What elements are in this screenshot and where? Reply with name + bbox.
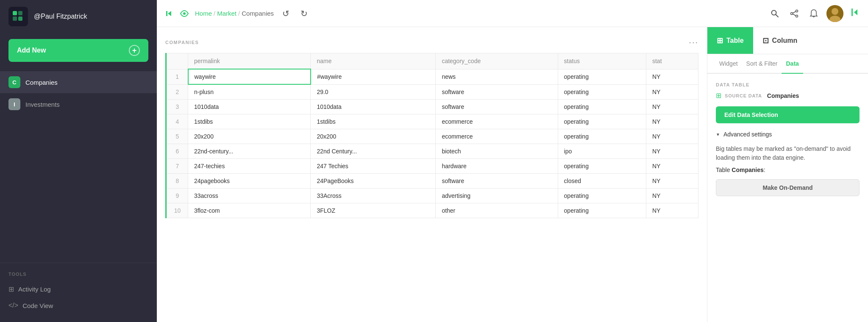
on-demand-table-name: Companies: [732, 167, 763, 173]
sidebar-item-companies[interactable]: C Companies: [0, 71, 157, 93]
undo-button[interactable]: ↺: [280, 7, 292, 20]
cell-stat[interactable]: NY: [646, 100, 698, 114]
redo-button[interactable]: ↻: [298, 7, 310, 20]
cell-stat[interactable]: NY: [646, 203, 698, 218]
cell-name[interactable]: #waywire: [311, 69, 436, 84]
cell-name[interactable]: 22nd Century...: [311, 144, 436, 159]
cell-category[interactable]: ecommerce: [436, 129, 558, 144]
cell-status[interactable]: closed: [558, 174, 646, 189]
on-demand-label-prefix: Table: [716, 167, 732, 173]
advanced-settings-toggle[interactable]: ▼ Advanced settings: [716, 131, 860, 138]
cell-permalink[interactable]: 22nd-century...: [188, 144, 311, 159]
svg-point-15: [832, 8, 838, 15]
table-row: 41stdibs1stdibsecommerceoperatingNY: [167, 114, 698, 129]
svg-point-9: [796, 10, 798, 12]
cell-stat[interactable]: NY: [646, 144, 698, 159]
notifications-button[interactable]: [807, 7, 821, 20]
edit-data-selection-button[interactable]: Edit Data Selection: [716, 106, 860, 123]
source-data-value: Companies: [767, 92, 799, 99]
cell-category[interactable]: other: [436, 203, 558, 218]
table-view-tab[interactable]: ⊞ Table: [707, 27, 753, 54]
cell-status[interactable]: operating: [558, 69, 646, 84]
back-button[interactable]: [165, 9, 174, 18]
svg-rect-3: [18, 17, 22, 21]
cell-permalink[interactable]: 3floz-com: [188, 203, 311, 218]
investments-label: Investments: [25, 101, 60, 108]
svg-rect-17: [851, 8, 853, 16]
breadcrumb-home[interactable]: Home: [195, 10, 212, 17]
cell-stat[interactable]: NY: [646, 84, 698, 100]
add-new-button[interactable]: Add New +: [8, 39, 148, 62]
cell-category[interactable]: advertising: [436, 189, 558, 203]
cell-status[interactable]: operating: [558, 189, 646, 203]
column-view-tab[interactable]: ⊡ Column: [753, 27, 807, 54]
cell-stat[interactable]: NY: [646, 129, 698, 144]
views-button[interactable]: [180, 10, 189, 17]
investments-icon: I: [8, 98, 20, 110]
cell-name[interactable]: 1010data: [311, 100, 436, 114]
cell-permalink[interactable]: 247-techies: [188, 159, 311, 174]
cell-name[interactable]: 20x200: [311, 129, 436, 144]
share-button[interactable]: [787, 8, 801, 19]
cell-name[interactable]: 24PageBooks: [311, 174, 436, 189]
cell-stat[interactable]: NY: [646, 69, 698, 84]
cell-permalink[interactable]: 33across: [188, 189, 311, 203]
cell-permalink[interactable]: waywire: [188, 69, 311, 84]
cell-stat[interactable]: NY: [646, 114, 698, 129]
cell-permalink[interactable]: 20x200: [188, 129, 311, 144]
table-row: 2n-plusn29.0softwareoperatingNY: [167, 84, 698, 100]
cell-permalink[interactable]: 1stdibs: [188, 114, 311, 129]
cell-status[interactable]: operating: [558, 159, 646, 174]
cell-category[interactable]: software: [436, 174, 558, 189]
col-num: [167, 53, 188, 69]
svg-line-8: [776, 14, 779, 17]
cell-status[interactable]: operating: [558, 203, 646, 218]
app-logo: [8, 7, 28, 26]
cell-stat[interactable]: NY: [646, 174, 698, 189]
sort-filter-subtab[interactable]: Sort & Filter: [742, 54, 782, 74]
row-number: 10: [167, 203, 188, 218]
cell-category[interactable]: hardware: [436, 159, 558, 174]
activity-log-item[interactable]: ⊞ Activity Log: [0, 281, 157, 297]
code-view-item[interactable]: </> Code View: [0, 297, 157, 314]
make-on-demand-button[interactable]: Make On-Demand: [716, 179, 860, 196]
advanced-description: Big tables may be marked as "on-demand" …: [716, 144, 860, 162]
cell-status[interactable]: operating: [558, 114, 646, 129]
sidebar-item-investments[interactable]: I Investments: [0, 93, 157, 115]
cell-permalink[interactable]: n-plusn: [188, 84, 311, 100]
svg-point-10: [791, 12, 793, 14]
cell-status[interactable]: operating: [558, 100, 646, 114]
row-number: 8: [167, 174, 188, 189]
more-options-button[interactable]: ···: [689, 37, 698, 47]
right-panel-toggle[interactable]: [849, 6, 860, 21]
cell-stat[interactable]: NY: [646, 189, 698, 203]
cell-name[interactable]: 29.0: [311, 84, 436, 100]
search-button[interactable]: [768, 8, 782, 19]
cell-category[interactable]: software: [436, 84, 558, 100]
cell-status[interactable]: operating: [558, 84, 646, 100]
row-number: 7: [167, 159, 188, 174]
cell-name[interactable]: 1stdibs: [311, 114, 436, 129]
cell-category[interactable]: biotech: [436, 144, 558, 159]
data-subtab[interactable]: Data: [782, 54, 803, 74]
cell-name[interactable]: 247 Techies: [311, 159, 436, 174]
code-view-label: Code View: [22, 302, 53, 309]
companies-label: Companies: [25, 79, 58, 86]
cell-name[interactable]: 33Across: [311, 189, 436, 203]
breadcrumb-market[interactable]: Market: [217, 10, 236, 17]
cell-permalink[interactable]: 24pagebooks: [188, 174, 311, 189]
svg-line-13: [793, 11, 796, 13]
cell-name[interactable]: 3FLOZ: [311, 203, 436, 218]
widget-subtab[interactable]: Widget: [715, 54, 742, 74]
cell-stat[interactable]: NY: [646, 159, 698, 174]
cell-category[interactable]: ecommerce: [436, 114, 558, 129]
column-tab-icon: ⊡: [762, 36, 769, 45]
cell-permalink[interactable]: 1010data: [188, 100, 311, 114]
table-tab-icon: ⊞: [717, 36, 723, 45]
sidebar-header: @Paul Fitzpatrick: [0, 0, 157, 33]
cell-status[interactable]: ipo: [558, 144, 646, 159]
cell-status[interactable]: operating: [558, 129, 646, 144]
cell-category[interactable]: news: [436, 69, 558, 84]
right-panel: ⊞ Table ⊡ Column Widget Sort & Filter Da…: [707, 27, 868, 322]
cell-category[interactable]: software: [436, 100, 558, 114]
